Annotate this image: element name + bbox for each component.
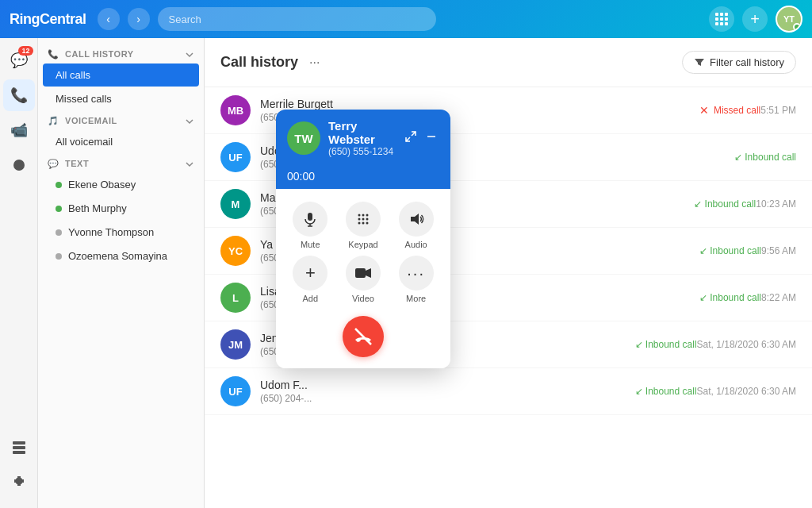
call-header-actions xyxy=(403,129,439,148)
call-item-time: 10:23 AM xyxy=(756,198,796,210)
sidebar-item-text-contact[interactable]: Ozoemena Somayina xyxy=(43,244,199,267)
audio-button[interactable]: Audio xyxy=(394,202,439,249)
inbound-call-icon: ↙ Inbound call xyxy=(699,292,761,303)
rail-contacts-button[interactable] xyxy=(3,149,35,181)
video-call-button[interactable]: Video xyxy=(341,256,385,303)
rail-video-button[interactable]: 📹 xyxy=(3,114,35,146)
missed-calls-label: Missed calls xyxy=(56,93,112,105)
text-collapse-icon[interactable] xyxy=(185,160,194,169)
call-item-avatar: UF xyxy=(220,376,251,406)
svg-rect-11 xyxy=(13,451,25,454)
filter-button[interactable]: Filter call history xyxy=(682,51,796,74)
call-item-avatar: MB xyxy=(220,95,251,125)
add-call-button[interactable]: + Add xyxy=(288,256,332,303)
back-button[interactable]: ‹ xyxy=(98,8,120,30)
expand-icon xyxy=(404,130,417,143)
more-button[interactable]: ··· More xyxy=(394,256,439,303)
missed-badge: Missed call xyxy=(714,105,760,116)
rail-bottom xyxy=(3,432,35,508)
content-more-button[interactable]: ··· xyxy=(304,54,324,71)
call-item-name: Udom F... xyxy=(260,379,635,391)
contact-name: Yvonne Thompson xyxy=(68,226,154,238)
call-item-status: ✕Missed call xyxy=(699,104,760,117)
svg-rect-4 xyxy=(720,17,723,21)
apps-button[interactable] xyxy=(709,6,734,32)
call-item-time: 5:51 PM xyxy=(760,105,796,116)
call-item-time: Sat, 1/18/2020 6:30 AM xyxy=(697,339,796,350)
add-icon: + xyxy=(293,256,327,291)
active-call-overlay: TW Terry Webster (650) 555-1234 xyxy=(276,110,450,368)
forward-button[interactable]: › xyxy=(128,8,150,30)
call-avatar-initials: TW xyxy=(294,132,312,145)
svg-rect-0 xyxy=(715,13,718,16)
keypad-button[interactable]: Keypad xyxy=(341,202,385,249)
grid-icon xyxy=(714,12,729,26)
text-section-header: 💬 TEXT xyxy=(38,154,204,172)
call-item-status: ↙ Inbound call xyxy=(635,386,697,397)
app-logo: RingCentral xyxy=(10,11,86,28)
missed-call-icon: ✕ xyxy=(699,104,709,117)
call-item-status: ↙ Inbound call xyxy=(734,152,796,163)
inbound-call-icon: ↙ Inbound call xyxy=(635,386,697,397)
video-icon: 📹 xyxy=(10,121,28,139)
icon-rail: 💬 12 📞 📹 xyxy=(0,38,38,508)
call-item-time: Sat, 1/18/2020 6:30 AM xyxy=(697,386,796,397)
sidebar-item-text-contact[interactable]: Yvonne Thompson xyxy=(43,221,199,244)
call-controls: Mute Keypad xyxy=(276,189,450,368)
add-button[interactable]: + xyxy=(742,6,768,32)
rail-messages-button[interactable]: 💬 12 xyxy=(3,44,35,76)
filter-label: Filter call history xyxy=(710,56,784,68)
call-item-avatar: UF xyxy=(220,142,251,172)
rail-stack-button[interactable] xyxy=(3,432,35,464)
speaker-icon xyxy=(408,211,424,227)
call-avatar: TW xyxy=(287,121,320,155)
voicemail-section-header: 🎵 VOICEMAIL xyxy=(38,111,204,129)
call-item-status: ↙ Inbound call xyxy=(699,245,761,256)
call-item-avatar: YC xyxy=(220,236,251,266)
minimize-call-button[interactable] xyxy=(423,129,439,148)
call-number: (650) 555-1234 xyxy=(328,146,395,157)
svg-marker-27 xyxy=(411,214,419,225)
sidebar-item-text-contact[interactable]: Beth Murphy xyxy=(43,197,199,220)
call-item-avatar: L xyxy=(220,283,251,313)
voicemail-collapse-icon[interactable] xyxy=(185,117,194,126)
svg-rect-2 xyxy=(725,13,728,16)
call-list-item[interactable]: UFUdom F...(650) 204-...↙ Inbound callSa… xyxy=(205,368,812,415)
svg-rect-9 xyxy=(13,441,25,444)
expand-call-button[interactable] xyxy=(403,129,419,148)
inbound-call-icon: ↙ Inbound call xyxy=(734,152,796,163)
call-overlay-header: TW Terry Webster (650) 555-1234 xyxy=(276,110,450,167)
rail-phone-button[interactable]: 📞 xyxy=(3,79,35,111)
svg-point-26 xyxy=(366,222,368,225)
more-icon: ··· xyxy=(399,256,434,291)
call-item-status: ↙ Inbound call xyxy=(635,339,697,350)
rail-puzzle-button[interactable] xyxy=(3,467,35,498)
content-header: Call history ··· Filter call history xyxy=(205,38,812,87)
end-call-button[interactable] xyxy=(343,316,384,357)
camera-icon xyxy=(354,267,372,279)
svg-point-20 xyxy=(366,214,368,217)
stack-icon xyxy=(11,440,27,456)
call-name: Terry Webster xyxy=(328,119,395,146)
svg-point-18 xyxy=(358,214,360,217)
mute-label: Mute xyxy=(301,240,320,249)
mute-button[interactable]: Mute xyxy=(288,202,332,249)
keypad-icon xyxy=(346,202,381,237)
sidebar-item-all-calls[interactable]: All calls xyxy=(43,64,199,87)
mute-icon xyxy=(293,202,327,237)
search-input[interactable] xyxy=(158,7,437,31)
voicemail-label: 🎵 VOICEMAIL xyxy=(48,116,117,126)
svg-rect-28 xyxy=(355,268,366,278)
avatar[interactable]: YT xyxy=(776,6,802,33)
call-item-time: 8:22 AM xyxy=(761,292,796,303)
call-item-time: 9:56 AM xyxy=(761,245,796,256)
call-item-avatar: M xyxy=(220,189,251,219)
call-timer: 00:00 xyxy=(287,170,315,183)
microphone-icon xyxy=(302,211,318,227)
sidebar-item-text-contact[interactable]: Ekene Obasey xyxy=(43,173,199,196)
sidebar-item-all-voicemail[interactable]: All voicemail xyxy=(43,130,199,153)
collapse-icon[interactable] xyxy=(185,50,194,60)
sidebar-item-missed-calls[interactable]: Missed calls xyxy=(43,87,199,110)
svg-rect-1 xyxy=(720,13,723,16)
call-info: Terry Webster (650) 555-1234 xyxy=(328,119,395,157)
